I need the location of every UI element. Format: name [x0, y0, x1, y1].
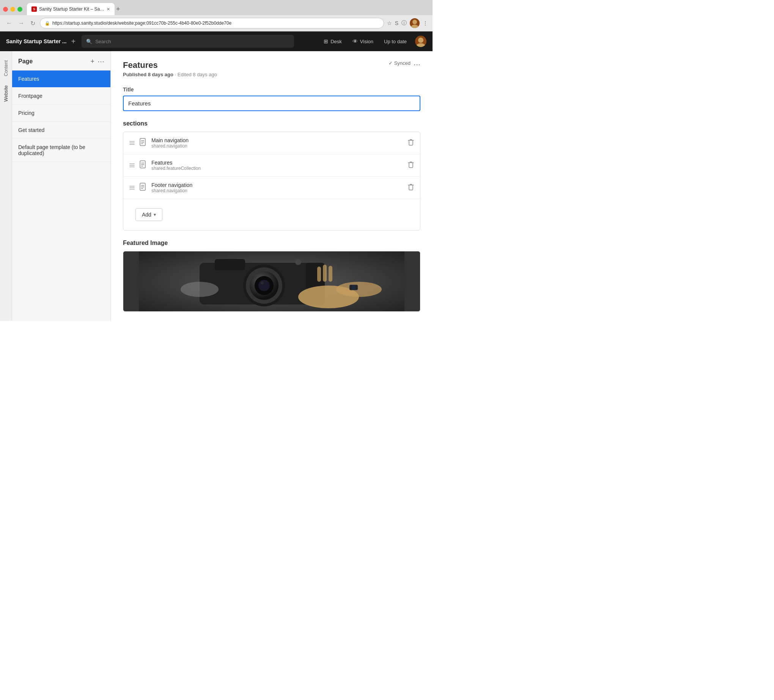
maximize-window-button[interactable]: [17, 7, 22, 12]
nav-up-to-date[interactable]: Up to date: [379, 36, 412, 47]
section-delete-button[interactable]: [408, 139, 414, 147]
section-info: Footer navigation shared.navigation: [151, 182, 403, 193]
tab-close-button[interactable]: ✕: [107, 7, 110, 12]
section-name: Main navigation: [151, 137, 403, 143]
featured-image-container[interactable]: [123, 251, 420, 312]
chevron-down-icon: ▾: [154, 212, 156, 217]
search-icon: 🔍: [86, 39, 92, 45]
section-delete-button[interactable]: [408, 161, 414, 170]
sidebar-tab-website[interactable]: Website: [1, 81, 11, 106]
add-page-button[interactable]: +: [90, 57, 94, 66]
page-item-pricing[interactable]: Pricing: [12, 105, 111, 122]
section-item-footer-nav[interactable]: Footer navigation shared.navigation: [123, 177, 420, 199]
svg-point-3: [416, 43, 425, 47]
forward-button[interactable]: →: [17, 19, 26, 27]
drag-handle-icon[interactable]: [129, 163, 135, 167]
browser-window-controls: [3, 7, 22, 12]
sidebar-tabs: Content Website: [0, 51, 12, 321]
section-type: shared.featureCollection: [151, 166, 403, 171]
page-item-frontpage[interactable]: Frontpage: [12, 88, 111, 105]
content-title: Features: [123, 60, 389, 70]
check-icon: ✓: [389, 60, 393, 66]
featured-image-label: Featured Image: [123, 239, 420, 246]
document-icon: [139, 160, 147, 171]
page-list-title: Page: [18, 58, 90, 65]
title-text-input[interactable]: [123, 96, 420, 111]
nav-vision[interactable]: 👁 Vision: [347, 36, 379, 47]
content-panel: Features ✓ Synced ⋯ Published 8 days ago…: [111, 51, 433, 321]
edited-label: Edited 8 days ago: [177, 72, 217, 78]
tab-favicon: S: [31, 7, 37, 12]
svg-point-1: [411, 25, 418, 28]
svg-point-0: [412, 20, 417, 24]
featured-image-svg: [123, 251, 420, 312]
sidebar-tab-content[interactable]: Content: [1, 56, 11, 81]
svg-rect-31: [352, 286, 356, 289]
reload-button[interactable]: ↻: [29, 19, 37, 28]
section-name: Footer navigation: [151, 182, 403, 188]
add-section-button[interactable]: Add ▾: [136, 208, 162, 221]
sanity-icon-button[interactable]: S: [395, 20, 399, 26]
new-tab-button[interactable]: +: [116, 6, 120, 13]
tab-title: Sanity Startup Starter Kit – Sa…: [39, 7, 104, 12]
page-items-list: Features Frontpage Pricing Get started D…: [12, 71, 111, 321]
svg-rect-34: [329, 266, 332, 282]
info-button[interactable]: ⓘ: [402, 20, 407, 26]
browser-action-buttons: ☆ S ⓘ ⋮: [387, 18, 428, 28]
app-title: Sanity Startup Starter ...: [6, 38, 66, 45]
section-item-features[interactable]: Features shared.featureCollection: [123, 154, 420, 177]
page-item-features[interactable]: Features: [12, 71, 111, 88]
section-info: Main navigation shared.navigation: [151, 137, 403, 149]
section-name: Features: [151, 160, 403, 166]
sections-container: Main navigation shared.navigation: [123, 132, 420, 231]
page-item-label: Pricing: [18, 110, 35, 116]
app-add-button[interactable]: +: [71, 37, 76, 46]
user-avatar-header[interactable]: [415, 36, 427, 47]
nav-vision-label: Vision: [360, 39, 373, 45]
bookmark-button[interactable]: ☆: [387, 20, 392, 26]
more-browser-options[interactable]: ⋮: [423, 20, 428, 26]
browser-chrome: S Sanity Startup Starter Kit – Sa… ✕ + ←…: [0, 0, 433, 31]
website-tab-label: Website: [3, 85, 9, 102]
page-item-label: Features: [18, 76, 39, 82]
page-item-get-started[interactable]: Get started: [12, 122, 111, 139]
search-input[interactable]: [95, 39, 289, 45]
section-item-main-nav[interactable]: Main navigation shared.navigation: [123, 132, 420, 154]
svg-point-29: [180, 282, 218, 297]
desk-icon: ⊞: [324, 38, 328, 45]
nav-desk[interactable]: ⊞ Desk: [318, 36, 347, 47]
back-button[interactable]: ←: [5, 19, 14, 27]
section-delete-button[interactable]: [408, 183, 414, 192]
svg-point-23: [258, 280, 270, 291]
page-item-label: Get started: [18, 127, 45, 133]
section-type: shared.navigation: [151, 143, 403, 149]
app-header: Sanity Startup Starter ... + 🔍 ⊞ Desk 👁 …: [0, 31, 433, 51]
svg-point-26: [295, 259, 301, 265]
svg-point-24: [261, 281, 264, 284]
content-more-button[interactable]: ⋯: [413, 60, 420, 69]
close-window-button[interactable]: [3, 7, 8, 12]
page-list-header: Page + ⋯: [12, 51, 111, 71]
page-list-more-button[interactable]: ⋯: [98, 57, 104, 66]
synced-status: Synced: [394, 60, 410, 66]
page-item-default-template[interactable]: Default page template (to be duplicated): [12, 139, 111, 162]
page-list-panel: Page + ⋯ Features Frontpage Pricing Get …: [12, 51, 111, 321]
page-item-label: Default page template (to be duplicated): [18, 144, 85, 156]
title-field-label: Title: [123, 86, 420, 92]
published-label: Published 8 days ago: [123, 72, 174, 78]
page-list-actions: + ⋯: [90, 57, 104, 66]
meta-separator: ·: [175, 72, 177, 78]
nav-desk-label: Desk: [331, 39, 342, 45]
eye-icon: 👁: [352, 38, 358, 45]
active-browser-tab[interactable]: S Sanity Startup Starter Kit – Sa… ✕: [27, 3, 114, 15]
address-bar[interactable]: 🔒 https://startup.sanity.studio/desk/web…: [40, 18, 384, 28]
search-bar[interactable]: 🔍: [81, 35, 294, 48]
browser-user-avatar[interactable]: [410, 18, 420, 28]
minimize-window-button[interactable]: [10, 7, 15, 12]
drag-handle-icon[interactable]: [129, 186, 135, 190]
app-navigation: ⊞ Desk 👁 Vision Up to date: [318, 36, 427, 47]
section-info: Features shared.featureCollection: [151, 160, 403, 171]
url-text: https://startup.sanity.studio/desk/websi…: [52, 20, 232, 26]
drag-handle-icon[interactable]: [129, 141, 135, 145]
svg-rect-33: [323, 265, 327, 282]
